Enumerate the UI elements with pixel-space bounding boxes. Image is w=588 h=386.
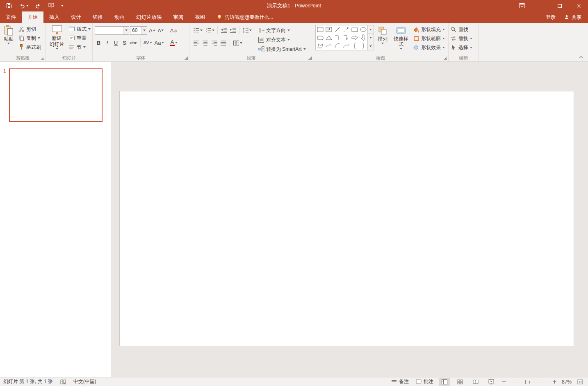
tab-slideshow[interactable]: 幻灯片放映: [130, 11, 168, 23]
bold-button[interactable]: B: [95, 38, 103, 47]
slide-info[interactable]: 幻灯片 第 1 张, 共 1 张: [3, 378, 53, 385]
undo-dropdown-caret[interactable]: [26, 5, 29, 7]
shape-right-brace[interactable]: [359, 42, 367, 50]
tab-animations[interactable]: 动画: [109, 11, 130, 23]
shape-outline-button[interactable]: 形状轮廓: [412, 34, 446, 43]
find-button[interactable]: 查找: [449, 25, 474, 34]
save-button[interactable]: [6, 2, 12, 9]
tab-review[interactable]: 审阅: [168, 11, 189, 23]
close-button[interactable]: [569, 0, 588, 11]
drawing-dialog-launcher[interactable]: [444, 57, 447, 60]
underline-button[interactable]: U: [112, 38, 120, 47]
slide-canvas[interactable]: [119, 91, 574, 346]
slide-thumbnail[interactable]: [9, 68, 103, 122]
shape-fill-button[interactable]: 形状填充: [412, 25, 446, 34]
shape-curve[interactable]: [342, 42, 350, 50]
shape-arrow[interactable]: [342, 25, 350, 34]
select-button[interactable]: 选择: [449, 43, 474, 52]
shape-textbox[interactable]: [316, 25, 324, 34]
paragraph-dialog-launcher[interactable]: [308, 57, 312, 60]
shape-arc[interactable]: [333, 42, 342, 50]
sign-in-button[interactable]: 登录: [546, 14, 556, 21]
shape-right-arrow[interactable]: [350, 34, 359, 42]
comments-button[interactable]: 批注: [414, 377, 435, 386]
text-shadow-button[interactable]: S: [121, 38, 128, 47]
italic-button[interactable]: I: [103, 38, 111, 47]
font-size-dropdown[interactable]: [141, 27, 147, 34]
decrease-font-size-button[interactable]: A: [157, 26, 165, 35]
shape-down-arrow[interactable]: [359, 34, 367, 42]
tab-home[interactable]: 开始: [22, 11, 43, 23]
shapes-more-button[interactable]: [368, 42, 374, 50]
shape-rectangle[interactable]: [350, 25, 359, 34]
format-painter-button[interactable]: 格式刷: [17, 43, 42, 52]
slideshow-view-button[interactable]: [485, 378, 497, 386]
font-dialog-launcher[interactable]: [185, 57, 188, 60]
zoom-slider-thumb[interactable]: [524, 380, 526, 384]
increase-indent-button[interactable]: [229, 26, 237, 35]
shape-scribble[interactable]: [324, 42, 333, 50]
clipboard-dialog-launcher[interactable]: [41, 57, 44, 60]
shape-freeform[interactable]: [316, 42, 324, 50]
columns-button[interactable]: [232, 39, 243, 48]
font-size-combobox[interactable]: 60: [130, 26, 147, 35]
align-left-button[interactable]: [192, 39, 201, 48]
zoom-in-button[interactable]: [552, 377, 558, 386]
align-center-button[interactable]: [201, 39, 210, 48]
shape-elbow-connector[interactable]: [333, 34, 342, 42]
strikethrough-button[interactable]: abc: [129, 38, 138, 47]
zoom-out-button[interactable]: [501, 377, 507, 386]
copy-button[interactable]: 复制: [17, 34, 42, 43]
bullets-button[interactable]: [192, 26, 203, 35]
text-direction-button[interactable]: 文字方向: [257, 26, 307, 35]
new-slide-button[interactable]: 新建 幻灯片: [46, 23, 67, 50]
increase-font-size-button[interactable]: A: [148, 26, 156, 35]
slide-sorter-view-button[interactable]: [454, 378, 466, 386]
decrease-indent-button[interactable]: [220, 26, 228, 35]
arrange-button[interactable]: 排列: [375, 23, 390, 45]
shape-effects-button[interactable]: 形状效果: [412, 43, 446, 52]
paste-button[interactable]: 粘贴: [0, 23, 17, 45]
zoom-slider[interactable]: [510, 379, 549, 385]
shape-oval[interactable]: [359, 25, 367, 34]
normal-view-button[interactable]: [439, 378, 450, 386]
reset-button[interactable]: 重置: [67, 34, 92, 43]
start-slideshow-button[interactable]: [48, 2, 55, 9]
redo-button[interactable]: [35, 3, 41, 9]
line-spacing-button[interactable]: [242, 26, 253, 35]
customize-quick-access-button[interactable]: [61, 5, 64, 7]
tab-design[interactable]: 设计: [65, 11, 87, 23]
change-case-button[interactable]: Aa: [154, 38, 165, 47]
character-spacing-button[interactable]: AV: [143, 38, 153, 47]
align-right-button[interactable]: [210, 39, 219, 48]
share-button[interactable]: 共享: [564, 14, 581, 21]
cut-button[interactable]: 剪切: [17, 25, 42, 34]
ribbon-display-options-button[interactable]: [513, 0, 531, 11]
reading-view-button[interactable]: [470, 378, 481, 386]
layout-button[interactable]: 版式: [67, 25, 92, 34]
language-button[interactable]: 中文(中国): [73, 378, 96, 385]
fit-slide-to-window-button[interactable]: [576, 377, 585, 386]
zoom-level[interactable]: 87%: [562, 379, 572, 385]
shape-left-brace[interactable]: [350, 42, 359, 50]
collapse-ribbon-button[interactable]: [577, 54, 585, 60]
tab-file[interactable]: 文件: [0, 11, 22, 23]
shape-rounded-rectangle[interactable]: [316, 34, 324, 42]
numbering-button[interactable]: [204, 26, 215, 35]
justify-button[interactable]: [219, 39, 228, 48]
replace-button[interactable]: 替换: [449, 34, 474, 43]
font-name-combobox[interactable]: [95, 26, 129, 35]
convert-smartart-button[interactable]: 转换为 SmartArt: [257, 45, 307, 54]
shape-vertical-textbox[interactable]: [324, 25, 333, 34]
section-button[interactable]: 节: [67, 43, 92, 52]
shape-line[interactable]: [333, 25, 342, 34]
maximize-button[interactable]: [550, 0, 569, 11]
quick-styles-button[interactable]: 快速样式: [390, 23, 412, 50]
shapes-scroll-down-button[interactable]: [368, 34, 374, 42]
tab-insert[interactable]: 插入: [43, 11, 65, 23]
minimize-button[interactable]: [531, 0, 550, 11]
font-name-dropdown[interactable]: [123, 27, 129, 34]
clear-formatting-button[interactable]: A: [169, 26, 179, 35]
notes-button[interactable]: 备注: [390, 377, 410, 386]
tell-me-box[interactable]: 告诉我您想要做什么...: [211, 11, 278, 23]
